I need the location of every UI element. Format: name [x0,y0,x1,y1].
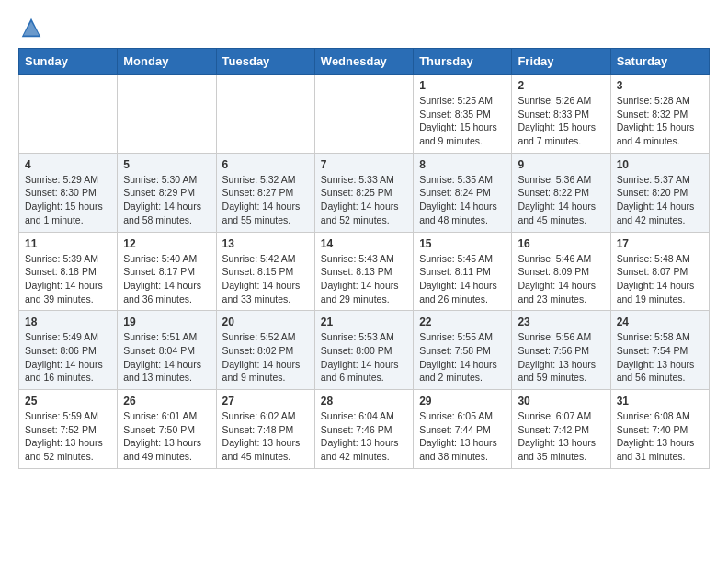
day-cell: 23Sunrise: 5:56 AM Sunset: 7:56 PM Dayli… [512,311,610,390]
day-number: 25 [25,395,111,408]
day-number: 15 [419,237,506,250]
day-cell: 29Sunrise: 6:05 AM Sunset: 7:44 PM Dayli… [414,390,512,469]
logo-icon [18,15,44,40]
day-number: 26 [123,395,210,408]
day-info: Sunrise: 5:48 AM Sunset: 8:07 PM Dayligh… [617,252,703,306]
day-number: 6 [222,158,309,171]
day-number: 8 [419,158,506,171]
week-row-3: 11Sunrise: 5:39 AM Sunset: 8:18 PM Dayli… [19,232,710,311]
day-info: Sunrise: 5:42 AM Sunset: 8:15 PM Dayligh… [222,252,309,306]
day-info: Sunrise: 5:40 AM Sunset: 8:17 PM Dayligh… [123,252,210,306]
day-number: 12 [123,237,210,250]
day-info: Sunrise: 5:33 AM Sunset: 8:25 PM Dayligh… [321,173,407,227]
day-info: Sunrise: 5:29 AM Sunset: 8:30 PM Dayligh… [25,173,111,227]
day-number: 5 [123,158,210,171]
day-cell: 12Sunrise: 5:40 AM Sunset: 8:17 PM Dayli… [118,232,216,311]
day-cell: 13Sunrise: 5:42 AM Sunset: 8:15 PM Dayli… [216,232,314,311]
day-info: Sunrise: 5:25 AM Sunset: 8:35 PM Dayligh… [419,94,506,148]
day-cell: 19Sunrise: 5:51 AM Sunset: 8:04 PM Dayli… [118,311,216,390]
day-number: 20 [222,316,309,328]
day-info: Sunrise: 6:02 AM Sunset: 7:48 PM Dayligh… [222,409,309,464]
day-info: Sunrise: 6:07 AM Sunset: 7:42 PM Dayligh… [518,409,604,464]
day-info: Sunrise: 5:30 AM Sunset: 8:29 PM Dayligh… [123,173,210,227]
day-info: Sunrise: 5:55 AM Sunset: 7:58 PM Dayligh… [419,330,506,385]
day-cell: 30Sunrise: 6:07 AM Sunset: 7:42 PM Dayli… [512,390,610,469]
day-info: Sunrise: 6:01 AM Sunset: 7:50 PM Dayligh… [123,409,210,464]
day-cell [216,75,314,154]
svg-marker-1 [24,21,40,35]
day-info: Sunrise: 6:05 AM Sunset: 7:44 PM Dayligh… [419,409,506,464]
day-cell: 2Sunrise: 5:26 AM Sunset: 8:33 PM Daylig… [512,75,610,154]
weekday-header-thursday: Thursday [414,49,512,75]
day-cell [19,75,118,154]
day-cell [314,75,413,154]
weekday-header-wednesday: Wednesday [314,49,413,75]
day-info: Sunrise: 5:36 AM Sunset: 8:22 PM Dayligh… [518,173,604,227]
day-cell: 22Sunrise: 5:55 AM Sunset: 7:58 PM Dayli… [414,311,512,390]
day-info: Sunrise: 5:39 AM Sunset: 8:18 PM Dayligh… [25,252,111,306]
day-number: 19 [123,316,210,328]
week-row-4: 18Sunrise: 5:49 AM Sunset: 8:06 PM Dayli… [19,311,710,390]
day-number: 18 [25,316,111,328]
day-cell: 11Sunrise: 5:39 AM Sunset: 8:18 PM Dayli… [19,232,118,311]
day-info: Sunrise: 6:08 AM Sunset: 7:40 PM Dayligh… [617,409,703,464]
day-info: Sunrise: 5:28 AM Sunset: 8:32 PM Dayligh… [617,94,703,148]
weekday-header-tuesday: Tuesday [216,49,314,75]
day-number: 9 [518,158,604,171]
day-cell: 25Sunrise: 5:59 AM Sunset: 7:52 PM Dayli… [19,390,118,469]
logo [18,15,48,40]
day-number: 2 [518,79,604,92]
week-row-1: 1Sunrise: 5:25 AM Sunset: 8:35 PM Daylig… [19,75,710,154]
day-number: 27 [222,395,309,408]
day-cell: 27Sunrise: 6:02 AM Sunset: 7:48 PM Dayli… [216,390,314,469]
day-number: 24 [617,316,703,328]
day-info: Sunrise: 5:56 AM Sunset: 7:56 PM Dayligh… [518,330,604,385]
day-cell: 20Sunrise: 5:52 AM Sunset: 8:02 PM Dayli… [216,311,314,390]
day-number: 11 [25,237,111,250]
day-cell: 4Sunrise: 5:29 AM Sunset: 8:30 PM Daylig… [19,153,118,232]
day-cell: 18Sunrise: 5:49 AM Sunset: 8:06 PM Dayli… [19,311,118,390]
day-number: 3 [617,79,703,92]
day-number: 17 [617,237,703,250]
day-info: Sunrise: 5:58 AM Sunset: 7:54 PM Dayligh… [617,330,703,385]
day-info: Sunrise: 5:45 AM Sunset: 8:11 PM Dayligh… [419,252,506,306]
day-info: Sunrise: 5:53 AM Sunset: 8:00 PM Dayligh… [321,330,407,385]
weekday-header-row: SundayMondayTuesdayWednesdayThursdayFrid… [19,49,710,75]
day-number: 28 [321,395,407,408]
day-number: 22 [419,316,506,328]
day-info: Sunrise: 5:35 AM Sunset: 8:24 PM Dayligh… [419,173,506,227]
day-info: Sunrise: 5:51 AM Sunset: 8:04 PM Dayligh… [123,330,210,385]
day-cell: 15Sunrise: 5:45 AM Sunset: 8:11 PM Dayli… [414,232,512,311]
day-cell [118,75,216,154]
day-cell: 26Sunrise: 6:01 AM Sunset: 7:50 PM Dayli… [118,390,216,469]
day-cell: 10Sunrise: 5:37 AM Sunset: 8:20 PM Dayli… [610,153,709,232]
day-number: 21 [321,316,407,328]
weekday-header-saturday: Saturday [610,49,709,75]
day-info: Sunrise: 5:49 AM Sunset: 8:06 PM Dayligh… [25,330,111,385]
day-cell: 17Sunrise: 5:48 AM Sunset: 8:07 PM Dayli… [610,232,709,311]
day-number: 4 [25,158,111,171]
week-row-5: 25Sunrise: 5:59 AM Sunset: 7:52 PM Dayli… [19,390,710,469]
weekday-header-friday: Friday [512,49,610,75]
day-cell: 5Sunrise: 5:30 AM Sunset: 8:29 PM Daylig… [118,153,216,232]
week-row-2: 4Sunrise: 5:29 AM Sunset: 8:30 PM Daylig… [19,153,710,232]
day-info: Sunrise: 5:46 AM Sunset: 8:09 PM Dayligh… [518,252,604,306]
calendar: SundayMondayTuesdayWednesdayThursdayFrid… [18,48,710,469]
header [18,15,710,40]
page: SundayMondayTuesdayWednesdayThursdayFrid… [0,0,728,484]
day-cell: 14Sunrise: 5:43 AM Sunset: 8:13 PM Dayli… [314,232,413,311]
day-cell: 28Sunrise: 6:04 AM Sunset: 7:46 PM Dayli… [314,390,413,469]
day-number: 7 [321,158,407,171]
day-cell: 31Sunrise: 6:08 AM Sunset: 7:40 PM Dayli… [610,390,709,469]
weekday-header-monday: Monday [118,49,216,75]
day-info: Sunrise: 5:26 AM Sunset: 8:33 PM Dayligh… [518,94,604,148]
day-info: Sunrise: 5:59 AM Sunset: 7:52 PM Dayligh… [25,409,111,464]
day-cell: 16Sunrise: 5:46 AM Sunset: 8:09 PM Dayli… [512,232,610,311]
day-number: 1 [419,79,506,92]
day-cell: 1Sunrise: 5:25 AM Sunset: 8:35 PM Daylig… [414,75,512,154]
day-cell: 6Sunrise: 5:32 AM Sunset: 8:27 PM Daylig… [216,153,314,232]
day-number: 10 [617,158,703,171]
day-cell: 9Sunrise: 5:36 AM Sunset: 8:22 PM Daylig… [512,153,610,232]
day-number: 23 [518,316,604,328]
day-info: Sunrise: 5:32 AM Sunset: 8:27 PM Dayligh… [222,173,309,227]
